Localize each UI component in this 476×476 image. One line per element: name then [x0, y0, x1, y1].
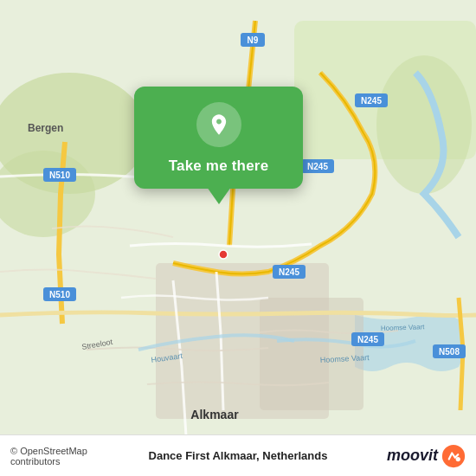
svg-text:Alkmaar: Alkmaar — [190, 408, 239, 421]
popup-card[interactable]: Take me there — [134, 87, 303, 189]
location-title: Dance First Alkmaar, Netherlands — [125, 449, 352, 462]
svg-text:N9: N9 — [248, 35, 259, 45]
svg-text:N245: N245 — [357, 335, 378, 344]
moovit-logo-icon — [441, 444, 466, 468]
svg-text:N510: N510 — [49, 170, 70, 180]
take-me-there-button[interactable]: Take me there — [169, 158, 269, 175]
moovit-logo-text: moovit — [387, 447, 438, 465]
svg-text:N510: N510 — [49, 290, 70, 299]
svg-text:N508: N508 — [439, 347, 460, 357]
svg-text:N245: N245 — [279, 267, 299, 277]
location-pin-icon — [196, 102, 241, 147]
map-container: N9 N245 N245 N245 N245 N510 N510 N508 Be… — [0, 0, 476, 476]
copyright-text: © OpenStreetMap contributors — [10, 446, 125, 466]
svg-point-28 — [219, 250, 228, 259]
svg-point-3 — [376, 55, 472, 194]
svg-text:N245: N245 — [307, 162, 328, 171]
svg-text:N245: N245 — [361, 96, 382, 106]
svg-point-30 — [456, 456, 460, 460]
moovit-logo: moovit — [352, 444, 466, 468]
map-roads-svg: N9 N245 N245 N245 N245 N510 N510 N508 Be… — [0, 0, 476, 476]
svg-text:Hoomse Vaart: Hoomse Vaart — [381, 323, 426, 332]
svg-text:Bergen: Bergen — [28, 122, 63, 134]
bottom-bar: © OpenStreetMap contributors Dance First… — [0, 434, 476, 476]
